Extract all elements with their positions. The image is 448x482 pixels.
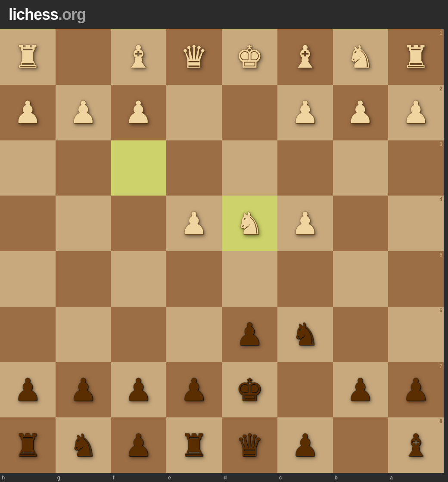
square[interactable]: ♚	[222, 29, 277, 85]
piece-black-pawn[interactable]: ♟	[124, 374, 152, 405]
square[interactable]: ♞	[333, 29, 389, 85]
square[interactable]	[0, 140, 56, 196]
square[interactable]	[0, 251, 56, 307]
square[interactable]: ♛	[222, 417, 277, 473]
piece-white-pawn[interactable]: ♟	[14, 97, 42, 128]
piece-black-knight[interactable]: ♞	[69, 430, 97, 461]
square[interactable]: ♟	[0, 362, 56, 418]
square[interactable]	[56, 196, 111, 251]
square[interactable]: ♞	[56, 417, 111, 473]
piece-black-king[interactable]: ♚	[236, 374, 264, 405]
square[interactable]	[333, 251, 389, 307]
square[interactable]: ♟	[111, 85, 167, 140]
square[interactable]	[277, 362, 333, 418]
square[interactable]	[111, 251, 167, 307]
piece-black-pawn[interactable]: ♟	[346, 374, 374, 405]
square[interactable]: ♟	[0, 85, 56, 140]
square[interactable]	[111, 196, 167, 251]
piece-black-pawn[interactable]: ♟	[236, 319, 264, 350]
square[interactable]	[56, 140, 111, 196]
piece-black-queen[interactable]: ♛	[236, 430, 264, 461]
square[interactable]: ♝	[277, 29, 333, 85]
piece-black-knight[interactable]: ♞	[291, 319, 319, 350]
square[interactable]	[166, 85, 222, 140]
piece-white-queen[interactable]: ♛	[180, 41, 208, 72]
piece-white-pawn[interactable]: ♟	[291, 97, 319, 128]
square[interactable]	[56, 307, 111, 362]
piece-black-rook[interactable]: ♜	[180, 430, 208, 461]
piece-white-pawn[interactable]: ♟	[124, 97, 152, 128]
square[interactable]: 6	[388, 307, 444, 362]
square[interactable]: ♟	[277, 85, 333, 140]
nav-watch[interactable]	[160, 0, 179, 29]
square[interactable]	[166, 251, 222, 307]
piece-black-pawn[interactable]: ♟	[291, 430, 319, 461]
square[interactable]: 7♟	[388, 362, 444, 418]
piece-white-bishop[interactable]: ♝	[291, 41, 319, 72]
piece-black-pawn[interactable]: ♟	[124, 430, 152, 461]
square[interactable]: 8♝	[388, 417, 444, 473]
square[interactable]	[222, 85, 277, 140]
piece-white-pawn[interactable]: ♟	[180, 208, 208, 239]
square[interactable]: 3	[388, 140, 444, 196]
nav-play[interactable]	[103, 0, 122, 29]
square[interactable]	[166, 140, 222, 196]
square[interactable]	[222, 140, 277, 196]
piece-black-pawn[interactable]: ♟	[402, 374, 430, 405]
square[interactable]	[56, 29, 111, 85]
square[interactable]	[111, 140, 167, 196]
square[interactable]	[0, 196, 56, 251]
square[interactable]: ♞	[222, 196, 277, 251]
piece-white-pawn[interactable]: ♟	[291, 208, 319, 239]
square[interactable]	[111, 307, 167, 362]
piece-black-bishop[interactable]: ♝	[402, 430, 430, 461]
piece-white-knight[interactable]: ♞	[346, 41, 374, 72]
logo[interactable]: lichess.org	[9, 6, 86, 24]
square[interactable]: ♚	[222, 362, 277, 418]
square[interactable]	[277, 251, 333, 307]
square[interactable]	[277, 140, 333, 196]
piece-white-knight[interactable]: ♞	[236, 208, 264, 239]
square[interactable]: ♝	[111, 29, 167, 85]
square[interactable]	[333, 140, 389, 196]
piece-white-pawn[interactable]: ♟	[346, 97, 374, 128]
square[interactable]: 2♟	[388, 85, 444, 140]
square[interactable]	[56, 251, 111, 307]
square[interactable]: ♟	[222, 307, 277, 362]
square[interactable]: ♟	[277, 417, 333, 473]
piece-white-rook[interactable]: ♜	[402, 41, 430, 72]
square[interactable]: 5	[388, 251, 444, 307]
square[interactable]: 4	[388, 196, 444, 251]
square[interactable]: ♟	[166, 362, 222, 418]
chess-board[interactable]: ♜♝♛♚♝♞1♜♟♟♟♟♟2♟3♟♞♟45♟♞6♟♟♟♟♚♟7♟♜♞♟♜♛♟8♝	[0, 29, 444, 473]
square[interactable]: ♟	[111, 417, 167, 473]
square[interactable]: ♜	[0, 29, 56, 85]
nav-puzzles[interactable]	[122, 0, 141, 29]
square[interactable]: 1♜	[388, 29, 444, 85]
square[interactable]: ♜	[166, 417, 222, 473]
square[interactable]: ♛	[166, 29, 222, 85]
square[interactable]	[333, 196, 389, 251]
square[interactable]: ♟	[333, 362, 389, 418]
square[interactable]	[222, 251, 277, 307]
nav-tools[interactable]	[198, 0, 217, 29]
square[interactable]: ♟	[111, 362, 167, 418]
piece-white-pawn[interactable]: ♟	[402, 97, 430, 128]
piece-white-king[interactable]: ♚	[236, 41, 264, 72]
piece-white-bishop[interactable]: ♝	[124, 41, 152, 72]
piece-black-pawn[interactable]: ♟	[69, 374, 97, 405]
square[interactable]	[333, 307, 389, 362]
square[interactable]: ♟	[333, 85, 389, 140]
square[interactable]: ♟	[56, 85, 111, 140]
square[interactable]: ♜	[0, 417, 56, 473]
square[interactable]: ♞	[277, 307, 333, 362]
piece-black-rook[interactable]: ♜	[14, 430, 42, 461]
nav-community[interactable]	[179, 0, 198, 29]
square[interactable]	[166, 307, 222, 362]
square[interactable]: ♟	[56, 362, 111, 418]
nav-learn[interactable]	[141, 0, 160, 29]
square[interactable]	[0, 307, 56, 362]
piece-black-pawn[interactable]: ♟	[14, 374, 42, 405]
piece-white-rook[interactable]: ♜	[14, 41, 42, 72]
square[interactable]: ♟	[277, 196, 333, 251]
